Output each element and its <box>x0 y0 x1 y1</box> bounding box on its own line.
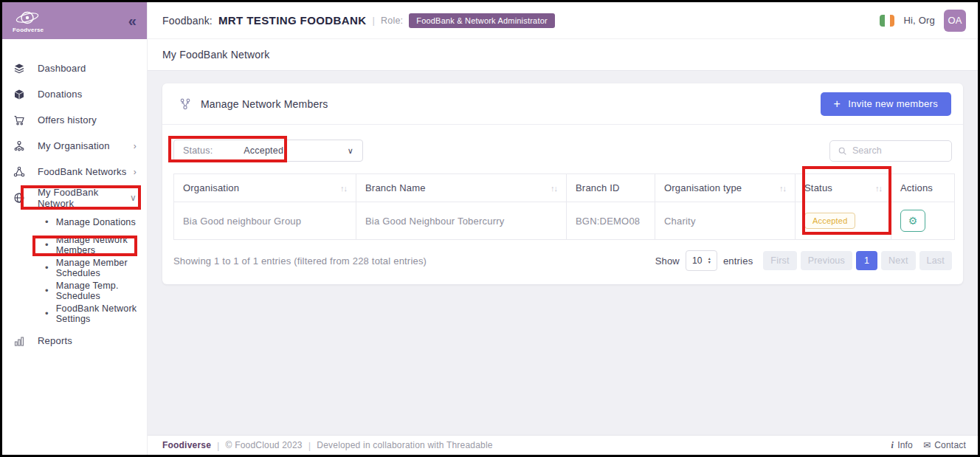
foodiverse-logo: Foodverse <box>13 9 44 33</box>
sidebar-item-donations[interactable]: Donations <box>2 81 147 107</box>
gear-icon: ⚙ <box>908 215 918 227</box>
chevron-down-icon: ∨ <box>130 193 137 203</box>
organisation-icon <box>13 140 26 153</box>
info-label: Info <box>897 440 913 450</box>
chevron-down-icon: ∨ <box>348 146 353 156</box>
info-link[interactable]: i Info <box>891 440 913 451</box>
avatar[interactable]: OA <box>944 10 966 32</box>
bullet-icon: • <box>45 239 49 250</box>
footer-copyright: © FoodCloud 2023 <box>226 440 303 450</box>
sidebar-header: Foodverse « <box>2 2 147 39</box>
chevron-right-icon: › <box>134 141 137 151</box>
ireland-flag-icon[interactable] <box>880 15 894 27</box>
show-label: Show <box>655 255 680 267</box>
network-members-card: Manage Network Members + Invite new memb… <box>162 83 963 284</box>
cell-organisation-type: Charity <box>655 202 796 240</box>
column-header-organisation-type[interactable]: Organisation type↑↓ <box>655 174 796 202</box>
envelope-icon: ✉ <box>923 440 931 450</box>
column-header-actions: Actions <box>891 174 955 202</box>
column-header-organisation[interactable]: Organisation↑↓ <box>174 174 356 202</box>
flag-orange-stripe <box>890 15 895 27</box>
column-header-status[interactable]: Status↑↓ <box>796 174 891 202</box>
pagination-previous-button[interactable]: Previous <box>801 251 852 270</box>
column-label: Branch Name <box>365 182 426 193</box>
sidebar-item-reports[interactable]: Reports <box>2 328 147 354</box>
entries-summary: Showing 1 to 1 of 1 entries (filtered fr… <box>173 255 427 267</box>
flag-green-stripe <box>880 15 885 27</box>
cell-branch-name: Bia Good Neighbour Tobercurry <box>356 202 567 240</box>
sidebar-subitem-label: Manage Network Members <box>56 235 147 255</box>
bullet-icon: • <box>45 262 49 273</box>
status-filter-select[interactable]: Status: Accepted ∨ <box>173 140 363 162</box>
table-header-row: Organisation↑↓ Branch Name↑↓ Branch ID O… <box>174 174 955 202</box>
sidebar-subitem-manage-member-schedules[interactable]: • Manage Member Schedules <box>2 256 147 279</box>
bar-chart-icon <box>13 334 26 348</box>
pagination-first-button[interactable]: First <box>763 251 796 270</box>
top-header: Foodbank: MRT TESTING FOODBANK | Role: F… <box>148 2 978 39</box>
invite-new-members-button[interactable]: + Invite new members <box>821 92 951 116</box>
members-table: Organisation↑↓ Branch Name↑↓ Branch ID O… <box>173 173 955 240</box>
footer-brand: Foodiverse <box>162 440 211 450</box>
sidebar-subitem-manage-temp-schedules[interactable]: • Manage Temp. Schedules <box>2 279 147 302</box>
status-filter-value: Accepted <box>244 145 347 156</box>
sort-icon[interactable]: ↑↓ <box>551 184 557 193</box>
sidebar-item-label: Offers history <box>38 114 137 126</box>
search-input[interactable] <box>852 145 944 156</box>
sidebar-item-foodbank-networks[interactable]: FoodBank Networks › <box>2 159 147 185</box>
page-size-control: Show 10 ▴ ▾ entries <box>655 250 753 271</box>
pagination: First Previous 1 Next Last <box>763 251 952 270</box>
sidebar: Foodverse « Dashboard Donations <box>2 2 148 455</box>
logo-text: Foodverse <box>13 27 44 33</box>
bullet-icon: • <box>45 285 49 296</box>
sidebar-subitem-label: Manage Temp. Schedules <box>56 281 147 301</box>
sort-icon[interactable]: ↑↓ <box>340 184 347 193</box>
sidebar-subitem-label: FoodBank Network Settings <box>56 303 147 324</box>
sidebar-item-offers-history[interactable]: Offers history <box>2 107 147 133</box>
pagination-last-button[interactable]: Last <box>919 251 952 270</box>
page-size-select[interactable]: 10 ▴ ▾ <box>686 250 717 271</box>
app-window: Foodverse « Dashboard Donations <box>0 0 980 457</box>
row-settings-button[interactable]: ⚙ <box>900 210 925 232</box>
sidebar-subitem-foodbank-network-settings[interactable]: • FoodBank Network Settings <box>2 302 147 325</box>
plus-icon: + <box>834 98 841 110</box>
column-header-branch-name[interactable]: Branch Name↑↓ <box>356 174 567 202</box>
column-header-branch-id[interactable]: Branch ID <box>567 174 655 202</box>
page-title: My FoodBank Network <box>148 39 978 71</box>
sidebar-collapse-icon[interactable]: « <box>128 13 137 28</box>
info-icon: i <box>891 440 894 451</box>
sidebar-item-dashboard[interactable]: Dashboard <box>2 55 147 81</box>
package-icon <box>13 88 26 101</box>
content-area: Manage Network Members + Invite new memb… <box>148 71 978 435</box>
sidebar-subitem-manage-donations[interactable]: • Manage Donations <box>2 210 147 233</box>
network-members-icon <box>179 97 192 111</box>
separator: | <box>308 440 311 451</box>
role-badge: FoodBank & Network Administrator <box>409 13 555 28</box>
app-footer: Foodiverse | © FoodCloud 2023 | Develope… <box>148 435 978 455</box>
sidebar-item-label: Reports <box>38 335 137 346</box>
column-label: Branch ID <box>576 182 620 193</box>
cell-organisation: Bia Good neighbour Group <box>174 202 356 240</box>
stepper-icon: ▴ ▾ <box>708 257 711 264</box>
sort-icon[interactable]: ↑↓ <box>875 184 882 193</box>
layers-icon <box>13 62 26 75</box>
network-icon <box>13 165 26 179</box>
column-label: Actions <box>900 182 933 193</box>
card-title-wrap: Manage Network Members <box>179 97 328 111</box>
pagination-next-button[interactable]: Next <box>881 251 916 270</box>
sidebar-item-my-foodbank-network[interactable]: My FoodBank Network ∨ <box>2 185 147 210</box>
bullet-icon: • <box>45 216 49 227</box>
invite-button-label: Invite new members <box>848 98 938 109</box>
stepper-down-icon: ▾ <box>708 261 711 264</box>
chevron-right-icon: › <box>134 167 137 177</box>
sidebar-subitem-manage-network-members[interactable]: • Manage Network Members <box>2 233 147 256</box>
table-row: Bia Good neighbour Group Bia Good Neighb… <box>174 202 955 240</box>
sidebar-item-label: My FoodBank Network <box>38 187 130 209</box>
pagination-page-1-button[interactable]: 1 <box>856 251 877 270</box>
sidebar-item-my-organisation[interactable]: My Organisation › <box>2 133 147 159</box>
card-header: Manage Network Members + Invite new memb… <box>162 83 963 125</box>
table-footer-controls: Show 10 ▴ ▾ entries First <box>655 250 952 271</box>
contact-link[interactable]: ✉ Contact <box>923 440 966 450</box>
sort-icon[interactable]: ↑↓ <box>779 184 786 193</box>
sidebar-item-label: My Organisation <box>38 140 134 151</box>
table-footer: Showing 1 to 1 of 1 entries (filtered fr… <box>162 240 963 284</box>
